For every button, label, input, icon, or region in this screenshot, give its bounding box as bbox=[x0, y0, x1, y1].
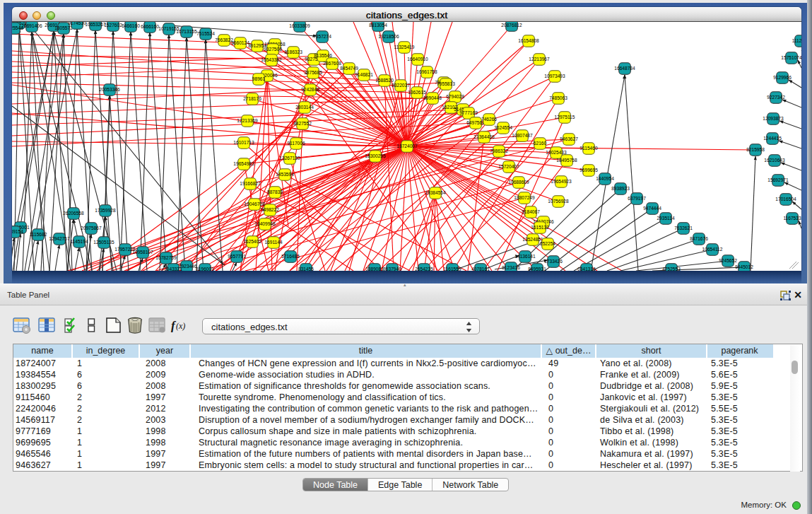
svg-text:9327508: 9327508 bbox=[264, 47, 282, 52]
svg-text:18495758: 18495758 bbox=[556, 158, 577, 163]
svg-text:8322037: 8322037 bbox=[392, 83, 410, 88]
svg-text:16640910: 16640910 bbox=[407, 57, 428, 62]
svg-text:1805572: 1805572 bbox=[54, 25, 73, 30]
svg-text:16409948: 16409948 bbox=[254, 221, 276, 226]
svg-text:9699695: 9699695 bbox=[579, 168, 598, 173]
svg-text:2803144: 2803144 bbox=[295, 105, 314, 110]
svg-text:1588520: 1588520 bbox=[375, 78, 394, 83]
svg-text:10973493: 10973493 bbox=[544, 74, 565, 78]
svg-text:6466160: 6466160 bbox=[122, 23, 140, 28]
svg-text:12975115: 12975115 bbox=[555, 115, 575, 119]
svg-text:98961: 98961 bbox=[252, 76, 266, 81]
svg-text:20053346: 20053346 bbox=[99, 87, 120, 92]
svg-text:10025433: 10025433 bbox=[546, 150, 567, 155]
svg-text:8938923: 8938923 bbox=[611, 186, 630, 191]
svg-text:12213967: 12213967 bbox=[529, 57, 550, 62]
svg-text:17359928: 17359928 bbox=[95, 208, 116, 213]
svg-text:19218506: 19218506 bbox=[378, 34, 399, 39]
svg-text:16101713: 16101713 bbox=[233, 140, 254, 145]
svg-text:9445012: 9445012 bbox=[735, 264, 753, 269]
svg-text:9245652: 9245652 bbox=[719, 258, 737, 263]
svg-text:16543382: 16543382 bbox=[261, 57, 282, 62]
svg-text:20691406: 20691406 bbox=[21, 23, 42, 28]
svg-text:7632621: 7632621 bbox=[674, 226, 693, 230]
svg-text:18300295: 18300295 bbox=[365, 153, 386, 158]
svg-text:1167533: 1167533 bbox=[783, 216, 801, 221]
svg-text:1733426: 1733426 bbox=[544, 259, 563, 264]
svg-text:1362615: 1362615 bbox=[408, 90, 426, 95]
svg-text:8990448: 8990448 bbox=[423, 95, 442, 100]
svg-text:19384554: 19384554 bbox=[425, 190, 446, 195]
svg-text:15692971: 15692971 bbox=[767, 177, 789, 182]
svg-text:7515524: 7515524 bbox=[196, 31, 215, 36]
svg-text:6794028: 6794028 bbox=[446, 94, 464, 99]
svg-text:16713155: 16713155 bbox=[176, 29, 197, 34]
svg-text:1440954: 1440954 bbox=[596, 176, 614, 181]
svg-text:3624554: 3624554 bbox=[494, 125, 512, 130]
svg-text:18807249: 18807249 bbox=[514, 195, 535, 200]
svg-text:20876812: 20876812 bbox=[501, 23, 522, 28]
svg-text:10756928: 10756928 bbox=[548, 199, 569, 204]
svg-text:10046708: 10046708 bbox=[244, 201, 265, 206]
svg-text:6466160: 6466160 bbox=[141, 24, 159, 29]
svg-text:19654983: 19654983 bbox=[233, 161, 254, 166]
svg-text:2718176: 2718176 bbox=[243, 96, 261, 101]
svg-text:1145194: 1145194 bbox=[70, 239, 88, 244]
svg-text:9657791: 9657791 bbox=[228, 254, 246, 259]
svg-text:252254: 252254 bbox=[540, 241, 555, 246]
svg-text:7357274: 7357274 bbox=[313, 34, 331, 39]
svg-text:9242848: 9242848 bbox=[301, 87, 319, 92]
svg-text:20975867: 20975867 bbox=[81, 226, 102, 230]
svg-text:9117006: 9117006 bbox=[287, 141, 305, 146]
svg-text:7955813: 7955813 bbox=[437, 81, 455, 86]
svg-text:8123416: 8123416 bbox=[502, 265, 520, 270]
svg-text:7986322: 7986322 bbox=[490, 148, 508, 153]
svg-text:15751074: 15751074 bbox=[781, 55, 801, 60]
svg-text:10958107: 10958107 bbox=[132, 250, 153, 255]
svg-text:1244415: 1244415 bbox=[763, 136, 782, 141]
svg-text:8135546: 8135546 bbox=[314, 53, 332, 58]
svg-text:1691144: 1691144 bbox=[264, 240, 283, 245]
svg-text:12505135: 12505135 bbox=[93, 240, 114, 245]
svg-text:6379197: 6379197 bbox=[628, 196, 646, 201]
svg-text:9474444: 9474444 bbox=[643, 206, 661, 211]
svg-text:10653267: 10653267 bbox=[85, 22, 106, 27]
svg-text:12093873: 12093873 bbox=[763, 116, 784, 121]
svg-text:9777169: 9777169 bbox=[459, 110, 478, 115]
svg-text:9184067: 9184067 bbox=[522, 209, 540, 214]
svg-text:1453594: 1453594 bbox=[276, 172, 294, 177]
svg-text:1112345: 1112345 bbox=[792, 38, 801, 43]
svg-text:9115460: 9115460 bbox=[579, 146, 598, 151]
svg-text:62160: 62160 bbox=[534, 141, 547, 146]
svg-text:8660124: 8660124 bbox=[231, 40, 249, 45]
svg-text:10807487: 10807487 bbox=[512, 133, 533, 138]
svg-text:8427552: 8427552 bbox=[293, 121, 312, 126]
svg-text:8471676: 8471676 bbox=[690, 236, 708, 241]
svg-text:9174530: 9174530 bbox=[68, 22, 86, 25]
svg-text:18724007: 18724007 bbox=[396, 144, 418, 148]
svg-text:1939154: 1939154 bbox=[12, 229, 23, 234]
svg-text:16154808: 16154808 bbox=[518, 38, 539, 43]
svg-text:14136141: 14136141 bbox=[514, 254, 536, 259]
svg-text:1115682: 1115682 bbox=[30, 232, 47, 237]
svg-text:7485063: 7485063 bbox=[549, 95, 567, 100]
svg-text:9498222: 9498222 bbox=[261, 207, 279, 212]
svg-text:8454749: 8454749 bbox=[340, 66, 358, 71]
svg-text:15720407: 15720407 bbox=[498, 164, 519, 169]
svg-text:5716485: 5716485 bbox=[281, 254, 300, 259]
svg-text:16782759: 16782759 bbox=[155, 255, 177, 260]
svg-text:9129966: 9129966 bbox=[773, 75, 792, 80]
svg-text:19166827: 19166827 bbox=[240, 181, 261, 186]
svg-text:8215958: 8215958 bbox=[746, 147, 765, 152]
svg-text:7625402: 7625402 bbox=[243, 239, 261, 244]
svg-text:887833: 887833 bbox=[267, 189, 283, 194]
svg-text:21364436: 21364436 bbox=[473, 134, 495, 139]
svg-text:9227342: 9227342 bbox=[767, 95, 785, 100]
svg-text:12942757: 12942757 bbox=[49, 236, 70, 241]
svg-text:3875685: 3875685 bbox=[304, 70, 322, 75]
svg-text:2935114: 2935114 bbox=[657, 216, 675, 221]
svg-text:16210643: 16210643 bbox=[764, 158, 785, 163]
svg-text:746266: 746266 bbox=[481, 117, 497, 122]
svg-text:19654923: 19654923 bbox=[551, 179, 572, 184]
svg-text:2867608: 2867608 bbox=[323, 61, 341, 66]
